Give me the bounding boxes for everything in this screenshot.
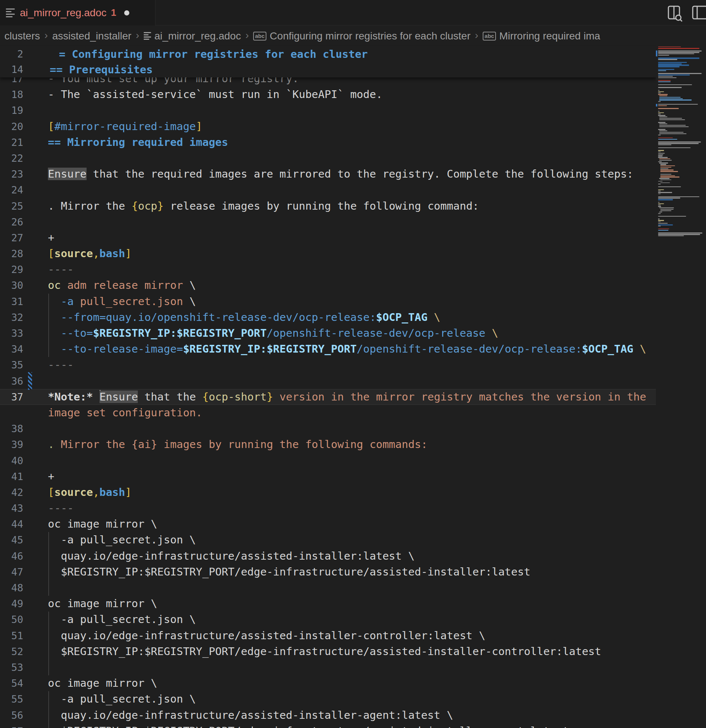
minimap[interactable] (656, 46, 706, 728)
line-text: [source,bash] (48, 484, 132, 500)
minimap-line (659, 133, 686, 134)
code-line[interactable]: 56 quay.io/edge-infrastructure/assisted-… (0, 707, 656, 723)
minimap-line (659, 98, 683, 99)
symbol-string-icon: abc (483, 32, 496, 40)
code-line[interactable]: 54oc image mirror \ (0, 675, 656, 691)
code-line[interactable]: 39. Mirror the {ai} images by running th… (0, 436, 656, 452)
code-line[interactable]: 32 --from=quay.io/openshift-release-dev/… (0, 309, 656, 325)
code-line[interactable]: 29---- (0, 261, 656, 277)
minimap-line (658, 157, 668, 158)
breadcrumb-item[interactable]: Mirroring required ima (499, 30, 600, 42)
line-text: $REGISTRY_IP:$REGISTRY_PORT/edge-infrast… (48, 644, 601, 660)
code-line[interactable]: 46 quay.io/edge-infrastructure/assisted-… (0, 548, 656, 564)
tab-ai-mirror-reg[interactable]: ai_mirror_reg.adoc 1 (0, 0, 155, 25)
code-line[interactable]: 33 --to=$REGISTRY_IP:$REGISTRY_PORT/open… (0, 325, 656, 341)
code-line[interactable]: 25. Mirror the {ocp} release images by r… (0, 198, 656, 214)
code-line[interactable]: 22 (0, 150, 656, 166)
line-text: $REGISTRY_IP:$REGISTRY_PORT/edge-infrast… (48, 723, 569, 728)
minimap-line (658, 62, 687, 63)
minimap-line (658, 76, 673, 77)
minimap-line (658, 91, 664, 92)
modified-dot-icon[interactable] (124, 10, 129, 16)
minimap-line (658, 196, 699, 197)
code-line[interactable]: 38 (0, 421, 656, 436)
line-number: 42 (0, 484, 23, 500)
code-line[interactable]: 27+ (0, 230, 656, 246)
breadcrumb-item[interactable]: assisted_installer (52, 30, 132, 42)
code-line[interactable]: 57 $REGISTRY_IP:$REGISTRY_PORT/edge-infr… (0, 723, 656, 728)
code-line[interactable]: 55 -a pull_secret.json \ (0, 691, 656, 707)
split-editor-icon[interactable] (691, 4, 706, 22)
code-line[interactable]: 48 (0, 580, 656, 596)
modified-lines-gutter-indicator (28, 372, 32, 390)
line-text: ---- (48, 261, 74, 277)
code-line[interactable]: 53 (0, 660, 656, 675)
code-line[interactable]: 20[#mirror-required-image] (0, 118, 656, 134)
code-line[interactable]: 51 quay.io/edge-infrastructure/assisted-… (0, 628, 656, 644)
code-line[interactable]: 36 (0, 373, 656, 389)
code-line[interactable]: 49oc image mirror \ (0, 596, 656, 612)
code-line[interactable]: 41+ (0, 469, 656, 484)
code-line[interactable]: 45 -a pull_secret.json \ (0, 532, 656, 548)
minimap-line (658, 87, 682, 88)
code-line[interactable]: 30oc adm release mirror \ (0, 277, 656, 293)
code-line[interactable]: 24 (0, 182, 656, 198)
breadcrumb-item[interactable]: Configuring mirror registries for each c… (270, 30, 470, 42)
minimap-line (658, 228, 669, 229)
code-line[interactable]: 34 --to-release-image=$REGISTRY_IP:$REGI… (0, 341, 656, 357)
breadcrumb-item[interactable]: clusters (4, 30, 40, 42)
code-line[interactable]: image set configuration. (0, 405, 656, 421)
minimap-line (658, 111, 660, 112)
code-line[interactable]: 50 -a pull_secret.json \ (0, 612, 656, 627)
minimap-line (659, 118, 682, 118)
code-line[interactable]: 47 $REGISTRY_IP:$REGISTRY_PORT/edge-infr… (0, 564, 656, 580)
vscode-window: { "ui": { "tab": { "title": "ai_mirror_r… (0, 0, 706, 728)
code-area: 17- You must set up your mirror registry… (0, 71, 656, 728)
line-number: 25 (0, 198, 23, 214)
line-number: 18 (0, 87, 23, 103)
code-line[interactable]: 37*Note:* Ensure that the {ocp-short} ve… (0, 389, 656, 405)
line-number: 26 (0, 214, 23, 230)
tab-title: ai_mirror_reg.adoc (20, 7, 107, 19)
code-line[interactable]: 18- The `assisted-service` must run in `… (0, 87, 656, 103)
code-line[interactable]: 44oc image mirror \ (0, 516, 656, 532)
line-number: 53 (0, 660, 23, 675)
minimap-line (658, 129, 665, 130)
code-line[interactable]: 23Ensure that the required images are mi… (0, 166, 656, 182)
line-number: 20 (0, 118, 23, 134)
line-number: 19 (0, 103, 23, 118)
breadcrumb-item[interactable]: ai_mirror_reg.adoc (155, 30, 241, 42)
minimap-modified-indicator (656, 51, 657, 56)
line-number: 47 (0, 564, 23, 580)
code-line[interactable]: 52 $REGISTRY_IP:$REGISTRY_PORT/edge-infr… (0, 644, 656, 660)
sticky-heading[interactable]: 14== Prerequisites (0, 62, 656, 77)
code-line[interactable]: 21== Mirroring required images (0, 134, 656, 150)
minimap-line (658, 51, 702, 51)
minimap-line (658, 230, 668, 231)
minimap-line (658, 48, 699, 49)
minimap-line (659, 123, 667, 124)
code-line[interactable]: 35---- (0, 357, 656, 373)
code-line[interactable]: 31 -a pull_secret.json \ (0, 294, 656, 309)
file-icon (144, 31, 151, 41)
minimap-line (659, 126, 689, 127)
minimap-line (660, 164, 666, 165)
minimap-line (658, 122, 665, 123)
minimap-line (659, 211, 662, 212)
code-line[interactable]: 19 (0, 103, 656, 118)
code-line[interactable]: 40 (0, 453, 656, 469)
minimap-line (658, 189, 664, 190)
open-changes-icon[interactable] (667, 4, 683, 22)
code-line[interactable]: 42[source,bash] (0, 484, 656, 500)
sticky-heading[interactable]: 2= Configuring mirror registries for eac… (0, 46, 656, 62)
code-line[interactable]: 26 (0, 214, 656, 230)
line-text: - The `assisted-service` must run in `Ku… (48, 87, 382, 103)
editor-actions (667, 0, 706, 25)
line-number: 34 (0, 341, 23, 357)
code-line[interactable]: 28[source,bash] (0, 246, 656, 261)
breadcrumb-separator: › (136, 29, 139, 41)
minimap-line (658, 218, 660, 219)
code-line[interactable]: 43---- (0, 500, 656, 516)
minimap-line (659, 162, 668, 163)
minimap-line (660, 176, 680, 177)
